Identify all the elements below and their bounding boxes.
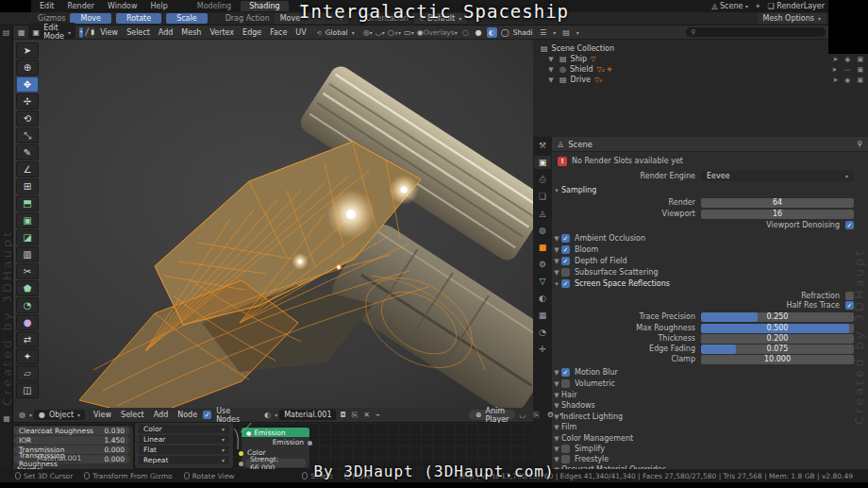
material-preview-icon[interactable]: ◐: [262, 411, 273, 419]
shader-menu-add[interactable]: Add: [150, 411, 173, 419]
use-nodes-checkbox[interactable]: [203, 411, 211, 419]
shader-menu-node[interactable]: Node: [174, 411, 201, 419]
clamp-slider[interactable]: 10.000: [701, 355, 854, 364]
ambient-occlusion-row[interactable]: ▼Ambient Occlusion: [552, 233, 868, 244]
outliner-display-mode-icon[interactable]: ▤: [560, 28, 572, 37]
motion-blur-row[interactable]: ▼Motion Blur: [552, 367, 868, 378]
overlays-dropdown[interactable]: ◉Overlays▾: [417, 28, 458, 37]
tab-view-layer-icon[interactable]: ❏: [534, 190, 551, 203]
tool-loop-cut-icon[interactable]: ▥: [16, 246, 39, 262]
viewport-menu-select[interactable]: Select: [123, 28, 154, 37]
shader-menu-view[interactable]: View: [90, 411, 115, 419]
proportional-dropdown[interactable]: ○∧▾: [388, 28, 401, 37]
vertex-select-button[interactable]: •: [79, 27, 83, 38]
shadows-section[interactable]: ▼Shadows: [552, 400, 868, 411]
volumetric-checkbox[interactable]: [561, 379, 570, 388]
tool-bevel-icon[interactable]: ◪: [16, 229, 39, 245]
tab-tool-icon[interactable]: ⚒: [534, 139, 551, 152]
sampling-render-field[interactable]: 64: [701, 198, 854, 208]
render-visibility-icon[interactable]: ▣: [857, 66, 863, 74]
hide-icon[interactable]: ◉: [844, 56, 850, 63]
duplicate-material-icon[interactable]: ⎘: [350, 411, 359, 420]
tool-knife-icon[interactable]: ✂: [16, 263, 39, 279]
overlay-toggle-icon[interactable]: ⎘: [531, 411, 541, 420]
shading-solid-button[interactable]: ●: [474, 27, 484, 38]
simplify-checkbox[interactable]: [561, 445, 570, 453]
viewport-menu-vertex[interactable]: Vertex: [206, 28, 238, 37]
edge-select-button[interactable]: ╱: [85, 27, 89, 38]
bloom-checkbox[interactable]: [561, 245, 570, 254]
sampling-viewport-field[interactable]: 16: [701, 210, 854, 219]
tab-object-icon[interactable]: ■: [534, 241, 551, 254]
trace-precision-slider[interactable]: 0.250: [701, 312, 854, 322]
depth-of-field-checkbox[interactable]: [561, 257, 570, 265]
shader-strip-icon[interactable]: ▦: [2, 414, 11, 424]
tab-physics-icon[interactable]: ◔: [534, 326, 551, 339]
tool-rip-region-icon[interactable]: ◫: [16, 382, 39, 398]
hide-icon[interactable]: ◉: [844, 76, 850, 84]
hair-section[interactable]: ▼Hair: [552, 390, 868, 400]
viewport-menu-edge[interactable]: Edge: [239, 28, 265, 37]
half-res-trace-checkbox[interactable]: [845, 301, 854, 310]
anim-player-button[interactable]: ⊗Anim Player: [469, 410, 516, 420]
tab-texture-icon[interactable]: ▦: [534, 309, 551, 322]
shader-menu-select[interactable]: Select: [117, 411, 148, 419]
sampling-section-header[interactable]: ▾Sampling: [552, 185, 868, 195]
bloom-row[interactable]: ▼Bloom: [552, 244, 868, 255]
hide-icon[interactable]: —: [843, 66, 850, 74]
render-visibility-icon[interactable]: ▣: [857, 76, 863, 84]
shader-editor-type-icon[interactable]: ◍: [17, 411, 27, 419]
mode-dropdown[interactable]: ▣Edit Mode▾: [28, 23, 75, 42]
tool-poly-build-icon[interactable]: ⬟: [16, 280, 39, 296]
ssr-checkbox[interactable]: [561, 279, 570, 288]
tool-tweak-icon[interactable]: ➤: [16, 42, 39, 59]
subsurface-scattering-checkbox[interactable]: [561, 268, 570, 277]
shading-wireframe-button[interactable]: ◌: [460, 27, 471, 38]
tool-shear-icon[interactable]: ▱: [16, 365, 39, 381]
viewport-3d[interactable]: ➤ ⊕ ✥ ✢ ⟲ ⤡ ✎ ∠ ⊞ ⬒ ▣ ◪ ▥ ✂ ⬟ ◔ ● ⇄ ✦ ▱ …: [13, 40, 533, 408]
screen-space-reflections-row[interactable]: ▾Screen Space Reflections: [552, 278, 868, 289]
render-engine-dropdown[interactable]: Eevee▾: [701, 171, 854, 181]
simplify-row[interactable]: ▼Simplify: [552, 444, 868, 454]
motion-blur-checkbox[interactable]: [561, 368, 570, 377]
viewport-menu-mesh[interactable]: Mesh: [177, 28, 205, 37]
tool-add-cube-icon[interactable]: ⊞: [16, 178, 39, 194]
options-icon[interactable]: ⚙: [545, 411, 556, 420]
tool-edge-slide-icon[interactable]: ⇄: [16, 331, 39, 347]
tab-object-data-icon[interactable]: ▽: [534, 275, 551, 288]
tool-shrink-fatten-icon[interactable]: ✦: [16, 348, 39, 364]
pivot-dropdown[interactable]: ◎▾: [363, 28, 373, 37]
face-select-button[interactable]: ▮: [91, 27, 94, 38]
film-section[interactable]: ▼Film: [552, 422, 868, 432]
depth-of-field-row[interactable]: ▼Depth of Field: [552, 256, 868, 266]
tab-scene-icon[interactable]: ◬: [534, 207, 551, 220]
viewport-menu-view[interactable]: View: [96, 28, 122, 37]
outliner-search-input[interactable]: ⚲: [686, 27, 826, 37]
tab-modifiers-icon[interactable]: ⚙: [534, 258, 551, 271]
tool-spin-icon[interactable]: ◔: [16, 297, 39, 313]
tool-inset-icon[interactable]: ▣: [16, 212, 39, 228]
tool-smooth-icon[interactable]: ●: [16, 314, 39, 330]
material-name-field[interactable]: Material.001: [279, 410, 336, 420]
folder-icon[interactable]: ▤: [2, 28, 11, 38]
color-management-section[interactable]: ▼Color Management: [552, 433, 868, 444]
thickness-slider[interactable]: 0.200: [701, 334, 854, 344]
tool-extrude-icon[interactable]: ⬒: [16, 195, 39, 211]
max-roughness-slider[interactable]: 0.500: [701, 324, 854, 333]
outliner-row-ship[interactable]: ▼ ▤ Ship ▽ ➤◉▣: [533, 54, 868, 64]
outliner-scene-collection-row[interactable]: ▤ Scene Collection: [533, 43, 868, 54]
outliner-row-drive[interactable]: ▼ ▤ Drive ▽₄ ➤◉▣: [533, 75, 868, 85]
indirect-lighting-section[interactable]: ▼Indirect Lighting: [552, 412, 868, 422]
selectable-icon[interactable]: ➤: [832, 66, 838, 74]
viewport-menu-face[interactable]: Face: [266, 28, 291, 37]
tool-transform-icon[interactable]: ✥: [16, 76, 39, 93]
viewport-menu-add[interactable]: Add: [155, 28, 177, 37]
tab-constraints-icon[interactable]: ✛: [534, 343, 551, 356]
visibility-dropdown[interactable]: ▭▾: [404, 28, 414, 37]
tool-measure-icon[interactable]: ∠: [16, 161, 39, 177]
tool-move-icon[interactable]: ✢: [16, 93, 39, 109]
viewport-denoising-checkbox[interactable]: [845, 221, 854, 229]
shader-type-dropdown[interactable]: ●Object▾: [34, 410, 85, 420]
tab-render-icon[interactable]: ▣: [534, 156, 551, 169]
ambient-occlusion-checkbox[interactable]: [561, 234, 570, 243]
